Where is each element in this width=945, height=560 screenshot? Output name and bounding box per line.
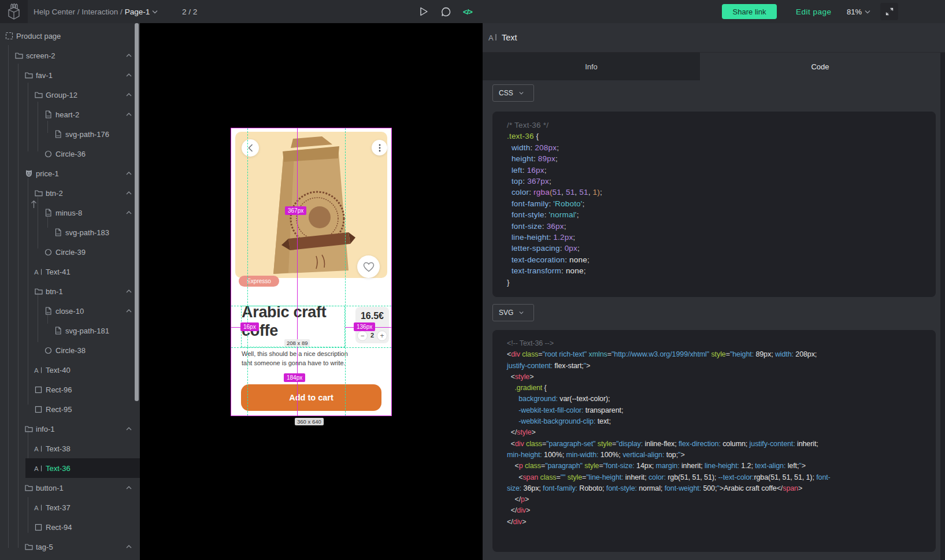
chevron-down-icon [865,10,870,14]
top-bar: Help Center / Interaction / Page-1 2 / 2… [0,0,945,23]
layer-row-heart-2[interactable]: heart-2 [0,105,140,124]
layer-row-text-36[interactable]: AText-36 [0,458,140,478]
collapse-chevron[interactable] [125,306,134,316]
collapse-chevron[interactable] [125,287,134,296]
product-description[interactable]: Well, this should be a nice description … [242,349,348,368]
rect-shape-icon [35,524,42,531]
layer-label: svg-path-181 [65,327,109,335]
layer-row-screen-2[interactable]: screen-2 [0,46,140,65]
code-line: left: 16px; [507,165,936,176]
layer-label: Circle-36 [55,150,86,158]
svg-file-icon [45,110,52,118]
product-tag-badge[interactable]: Expresso [239,276,279,287]
tab-info[interactable]: Info [483,53,700,80]
price-value: 16.5€ [355,311,389,321]
layer-row-circle-39[interactable]: Circle-39 [0,242,140,262]
layer-row-text-41[interactable]: AText-41 [0,262,140,281]
layer-row-product page[interactable]: Product page [0,26,140,46]
collapse-chevron[interactable] [125,188,134,198]
chevron-down-icon [519,310,524,315]
code-line: /* Text-36 */ [507,120,936,131]
edit-page-link[interactable]: Edit page [796,0,832,23]
play-icon [420,7,428,16]
quantity-minus-button[interactable]: − [357,331,368,341]
more-options-button[interactable] [372,140,387,155]
layer-row-text-40[interactable]: AText-40 [0,360,140,380]
layer-row-circle-36[interactable]: Circle-36 [0,144,140,164]
folder-icon [35,91,43,98]
collapse-chevron-icon [125,91,133,98]
text-layer-icon: A [34,366,43,374]
layer-label: Text-36 [46,464,71,473]
tab-code[interactable]: Code [700,53,940,80]
layer-row-tag-5[interactable]: tag-5 [0,537,140,557]
layer-row-rect-95[interactable]: Rect-95 [0,399,140,419]
breadcrumb[interactable]: Help Center / Interaction / Page-1 [34,0,158,23]
collapse-chevron[interactable] [125,90,134,99]
layer-row-rect-96[interactable]: Rect-96 [0,380,140,399]
sidebar-scrollbar[interactable] [135,23,139,401]
layer-label: Circle-38 [55,346,86,355]
circle-shape-icon [45,249,52,256]
collapse-chevron[interactable] [125,483,134,492]
screen-size-label: 360 x 640 [295,418,324,425]
inspector-panel: A Text Info Code CSS /* Text-36 */.text-… [483,23,945,560]
frame-icon [5,32,13,40]
panel-scrollbar-track[interactable] [940,53,945,560]
layer-row-circle-38[interactable]: Circle-38 [0,340,140,360]
collapse-chevron[interactable] [125,169,134,178]
comments-button[interactable] [436,0,455,23]
layer-row-price-1[interactable]: price-1 [0,164,140,183]
add-to-cart-button[interactable]: Add to cart [241,384,381,411]
layer-label: tag-5 [36,543,53,551]
collapse-chevron[interactable] [125,208,134,217]
layer-row-rect-94[interactable]: Rect-94 [0,517,140,537]
collapse-chevron[interactable] [125,51,134,60]
zoom-control[interactable]: 81% [847,0,870,23]
measurement-label-top: 367px [285,206,306,215]
code-mode-button[interactable]: </> [458,0,477,23]
layer-label: btn-1 [46,287,63,296]
code-line: size: 36px; font-family: Roboto; font-st… [507,483,936,494]
layer-row-group-12[interactable]: Group-12 [0,85,140,105]
layer-row-btn-2[interactable]: btn-2 [0,183,140,203]
collapse-chevron[interactable] [125,424,134,433]
quantity-plus-button[interactable]: + [377,331,387,341]
layer-row-btn-1[interactable]: btn-1 [0,281,140,301]
layer-row-svg-path-181[interactable]: svg-path-181 [0,321,140,340]
layer-row-minus-8[interactable]: minus-8 [0,203,140,222]
code-line: <div class="root rich-text" xmlns="http:… [507,349,936,360]
layer-row-button-1[interactable]: button-1 [0,478,140,498]
collapse-chevron[interactable] [125,71,134,80]
play-button[interactable] [414,0,433,23]
layer-row-close-10[interactable]: close-10 [0,301,140,321]
layer-label: svg-path-176 [65,130,109,139]
layer-row-svg-path-176[interactable]: svg-path-176 [0,124,140,144]
collapse-chevron[interactable] [125,110,134,119]
layer-row-svg-path-183[interactable]: svg-path-183 [0,222,140,242]
circle-shape-icon [45,150,52,158]
css-language-dropdown[interactable]: CSS [492,84,534,102]
svg-text:A: A [34,269,39,276]
layer-row-fav-1[interactable]: fav-1 [0,65,140,85]
favorite-button[interactable] [357,255,380,278]
app-logo[interactable] [0,0,28,23]
measurement-label-right: 136px [354,322,375,331]
svg-language-dropdown[interactable]: SVG [492,304,534,321]
back-button[interactable] [242,139,259,157]
fullscreen-button[interactable] [880,3,898,20]
layer-label: Rect-95 [46,405,72,414]
code-line: height: 89px; [507,153,936,164]
screen-frame[interactable]: Expresso Arabic craft coffe 16.5€ − 2 + … [231,128,391,416]
expand-arrows-icon [885,8,894,16]
layer-row-info-1[interactable]: info-1 [0,419,140,439]
collapse-chevron-icon [125,543,133,550]
layer-row-text-37[interactable]: AText-37 [0,498,140,517]
share-link-button[interactable]: Share link [722,4,777,19]
layer-row-text-38[interactable]: AText-38 [0,439,140,458]
folder-icon [15,52,23,59]
design-canvas[interactable]: Expresso Arabic craft coffe 16.5€ − 2 + … [140,23,483,560]
collapse-chevron[interactable] [125,542,134,551]
layer-label: Rect-94 [46,523,72,532]
selected-element-type: Text [502,33,517,42]
